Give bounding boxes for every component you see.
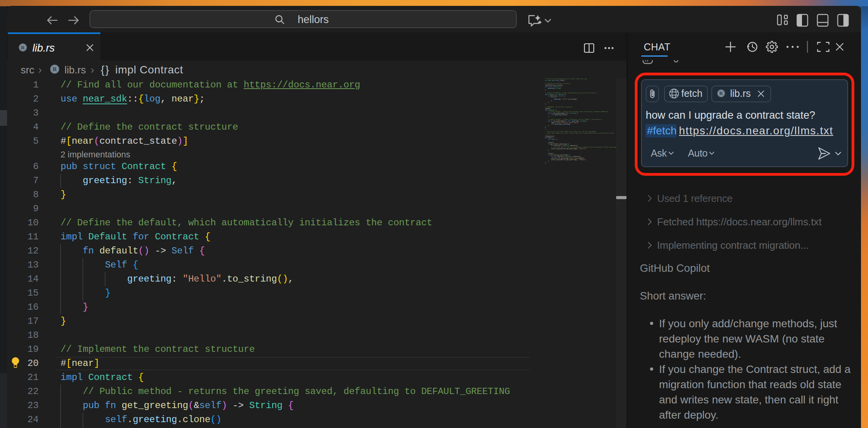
svg-text:R: R xyxy=(720,91,723,96)
svg-text:R: R xyxy=(53,66,57,72)
svg-text:R: R xyxy=(21,45,25,50)
